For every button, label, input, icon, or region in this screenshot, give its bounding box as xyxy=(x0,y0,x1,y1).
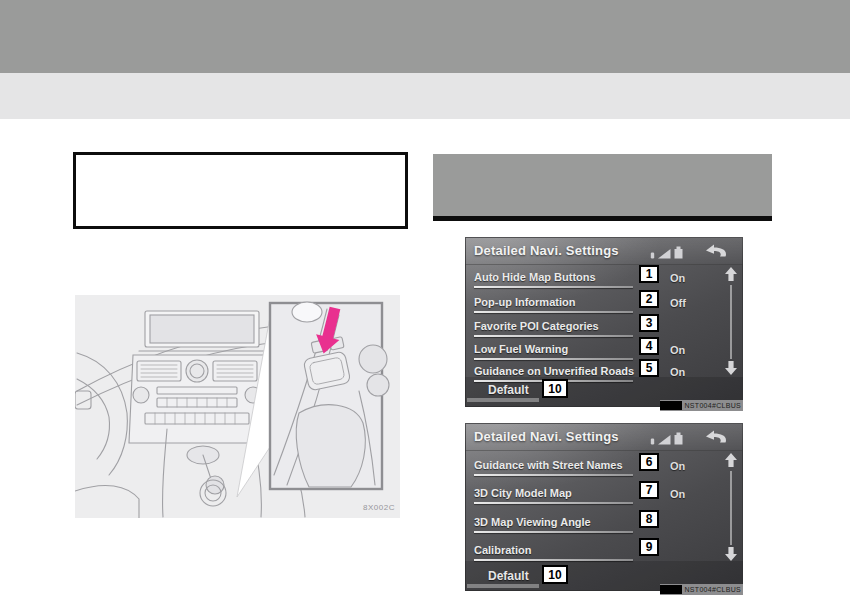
figure-code: 8X002C xyxy=(363,503,395,512)
row-label: Low Fuel Warning xyxy=(474,343,568,355)
callout-number: 8 xyxy=(639,510,659,528)
screen-title: Detailed Navi. Settings xyxy=(474,243,619,258)
signal-strength-icon xyxy=(658,249,671,259)
settings-row-3d-city-model-map[interactable]: 3D City Model Map On 7 xyxy=(474,487,736,507)
navi-settings-screen-1: Detailed Navi. Settings Auto Hide Map Bu… xyxy=(465,237,743,407)
center-knob xyxy=(186,360,208,382)
signal-strength-icon xyxy=(658,435,671,445)
scroll-up-icon[interactable] xyxy=(725,453,737,467)
page-top-banner xyxy=(0,0,850,73)
watermark-text: NST004#CLBUS xyxy=(684,402,741,409)
settings-row-auto-hide-map-buttons[interactable]: Auto Hide Map Buttons On 1 xyxy=(474,271,736,291)
watermark-chip xyxy=(660,401,682,410)
row-value: On xyxy=(670,488,685,500)
settings-row-calibration[interactable]: Calibration 9 xyxy=(474,544,736,564)
callout-number: 10 xyxy=(542,565,568,584)
row-underline xyxy=(474,559,633,561)
scroll-down-icon[interactable] xyxy=(725,361,737,375)
scroll-up-icon[interactable] xyxy=(725,267,737,281)
section-header-rule xyxy=(433,216,772,221)
scrollbar-track xyxy=(730,285,732,359)
row-label: Calibration xyxy=(474,544,531,556)
default-underline xyxy=(467,584,539,588)
dashboard-line-art xyxy=(75,295,400,518)
console-inset xyxy=(270,302,389,489)
row-value: On xyxy=(670,366,685,378)
settings-row-low-fuel-warning[interactable]: Low Fuel Warning On 4 xyxy=(474,343,736,363)
callout-number: 3 xyxy=(639,314,659,332)
status-icons xyxy=(650,432,683,445)
watermark-text: NST004#CLBUS xyxy=(684,586,741,593)
row-underline xyxy=(474,531,633,533)
status-icons xyxy=(650,246,683,259)
callout-number: 10 xyxy=(542,379,568,398)
row-underline xyxy=(474,358,633,360)
callout-number: 6 xyxy=(639,453,659,471)
callout-number: 1 xyxy=(639,265,659,283)
row-label: Guidance with Street Names xyxy=(474,459,623,471)
callout-number: 9 xyxy=(639,538,659,556)
page-sub-banner xyxy=(0,73,850,119)
row-underline xyxy=(474,286,633,288)
scrollbar[interactable] xyxy=(721,423,741,591)
row-value: On xyxy=(670,460,685,472)
scrollbar-track xyxy=(730,471,732,545)
row-label: Guidance on Unverified Roads xyxy=(474,365,634,377)
manual-page: 8X002C Detailed Navi. Settings Auto Hide… xyxy=(0,0,850,597)
row-label: 3D Map Viewing Angle xyxy=(474,516,591,528)
cup-holder xyxy=(359,345,387,373)
watermark: NST004#CLBUS xyxy=(660,400,743,411)
navi-settings-screen-2: Detailed Navi. Settings Guidance with St… xyxy=(465,423,743,591)
default-label: Default xyxy=(488,569,529,583)
screen-title: Detailed Navi. Settings xyxy=(474,429,619,444)
note-box xyxy=(73,152,408,229)
row-value: On xyxy=(670,272,685,284)
section-header-block xyxy=(433,154,772,216)
phone-icon xyxy=(650,437,655,445)
settings-row-favorite-poi-categories[interactable]: Favorite POI Categories 3 xyxy=(474,320,736,340)
row-value: Off xyxy=(670,297,686,309)
default-underline xyxy=(467,398,539,402)
row-label: Favorite POI Categories xyxy=(474,320,599,332)
console-illustration: 8X002C xyxy=(75,295,400,518)
callout-number: 5 xyxy=(639,359,659,377)
default-label: Default xyxy=(488,383,529,397)
settings-row-guidance-street-names[interactable]: Guidance with Street Names On 6 xyxy=(474,459,736,479)
watermark-chip xyxy=(660,585,682,594)
row-label: Pop-up Information xyxy=(474,296,575,308)
scroll-down-icon[interactable] xyxy=(725,547,737,561)
row-underline xyxy=(474,474,633,476)
callout-number: 7 xyxy=(639,481,659,499)
watermark: NST004#CLBUS xyxy=(660,584,743,595)
row-value: On xyxy=(670,344,685,356)
settings-row-pop-up-information[interactable]: Pop-up Information Off 2 xyxy=(474,296,736,316)
row-underline xyxy=(474,335,633,337)
callout-number: 2 xyxy=(639,290,659,308)
settings-row-3d-map-viewing-angle[interactable]: 3D Map Viewing Angle 8 xyxy=(474,516,736,536)
phone-icon xyxy=(650,251,655,259)
row-label: Auto Hide Map Buttons xyxy=(474,271,596,283)
row-underline xyxy=(474,311,633,313)
battery-icon xyxy=(674,432,683,445)
battery-icon xyxy=(674,246,683,259)
armrest xyxy=(296,405,365,487)
callout-number: 4 xyxy=(639,337,659,355)
row-underline xyxy=(474,502,633,504)
row-label: 3D City Model Map xyxy=(474,487,572,499)
